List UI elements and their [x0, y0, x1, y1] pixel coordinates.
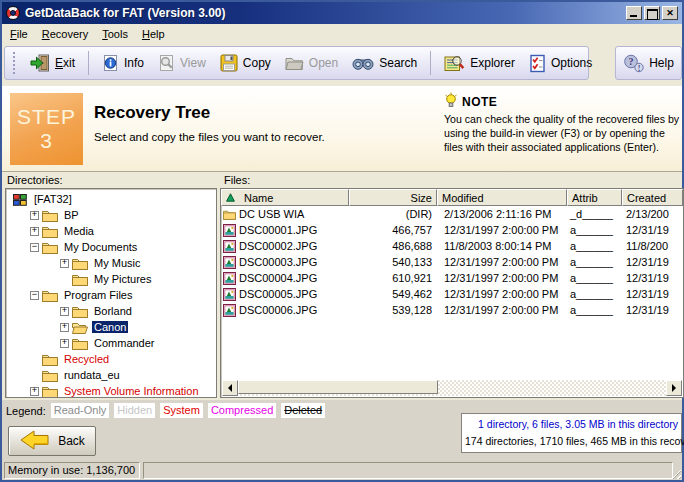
options-button-label: Options — [551, 56, 592, 70]
file-created-cell: 12/31/19 — [622, 224, 683, 236]
tree-item-label: Program Files — [62, 289, 134, 301]
column-header-attrib[interactable]: Attrib — [567, 189, 622, 206]
menu-item-recovery[interactable]: Recovery — [35, 26, 95, 42]
file-name: DSC00001.JPG — [239, 224, 317, 236]
toolbar-separator — [88, 51, 89, 75]
stats-box: 1 directory, 6 files, 3.05 MB in this di… — [461, 413, 682, 453]
tree-item-bp[interactable]: +BP — [6, 207, 216, 223]
expand-plus-icon[interactable]: + — [60, 259, 69, 268]
tree-item-label: rundata_eu — [62, 369, 122, 381]
directory-tree[interactable]: [FAT32]+BP+Media−My Documents+My MusicMy… — [5, 188, 217, 398]
column-header-label: Created — [627, 192, 666, 204]
expand-plus-icon[interactable]: + — [30, 211, 39, 220]
expand-plus-icon[interactable]: + — [60, 323, 69, 332]
scroll-left-button[interactable] — [222, 380, 238, 396]
file-name-cell: DSC00003.JPG — [221, 256, 349, 269]
tree-item-system-volume-information[interactable]: +System Volume Information — [6, 383, 216, 398]
file-name-cell: DSC00006.JPG — [221, 304, 349, 317]
file-row-dsc00006-jpg[interactable]: DSC00006.JPG539,12812/31/1997 2:00:00 PM… — [221, 302, 683, 318]
scroll-right-button[interactable] — [666, 380, 682, 396]
tree-item-my-music[interactable]: +My Music — [6, 255, 216, 271]
scrollbar-track[interactable] — [238, 380, 666, 396]
sort-up-icon — [226, 193, 235, 202]
legend-item-compressed: Compressed — [208, 403, 276, 418]
tree-item-my-pictures[interactable]: My Pictures — [6, 271, 216, 287]
collapse-minus-icon[interactable]: − — [30, 291, 39, 300]
horizontal-scrollbar[interactable] — [222, 380, 682, 396]
expand-plus-icon[interactable]: + — [30, 387, 39, 396]
file-row-dsc00003-jpg[interactable]: DSC00003.JPG540,13312/31/1997 2:00:00 PM… — [221, 254, 683, 270]
expand-plus-icon[interactable]: + — [60, 339, 69, 348]
file-created-cell: 2/13/200 — [622, 208, 683, 220]
app-window: GetDataBack for FAT (Version 3.00) FileR… — [0, 0, 684, 482]
options-button[interactable]: Options — [522, 51, 599, 76]
file-created-cell: 12/31/19 — [622, 304, 683, 316]
svg-text:?: ? — [629, 56, 634, 67]
column-header-size[interactable]: Size — [349, 189, 437, 206]
tree-item-commander[interactable]: +Commander — [6, 335, 216, 351]
close-button[interactable] — [662, 6, 678, 20]
menu-item-help[interactable]: Help — [135, 26, 172, 42]
maximize-button[interactable] — [644, 6, 660, 20]
file-row-dsc00004-jpg[interactable]: DSC00004.JPG610,92112/31/1997 2:00:00 PM… — [221, 270, 683, 286]
column-header-created[interactable]: Created — [622, 189, 683, 206]
tree-item-recycled[interactable]: Recycled — [6, 351, 216, 367]
file-size-cell: 540,133 — [349, 256, 437, 268]
status-bar: Memory in use: 1,136,700 — [2, 460, 682, 480]
main-area: Directories: Files: [FAT32]+BP+Media−My … — [2, 172, 682, 400]
file-name-cell: DSC00005.JPG — [221, 288, 349, 301]
collapse-minus-icon[interactable]: − — [30, 243, 39, 252]
step-label: STEP — [17, 105, 76, 129]
file-row-dsc00005-jpg[interactable]: DSC00005.JPG549,46212/31/1997 2:00:00 PM… — [221, 286, 683, 302]
scrollbar-thumb[interactable] — [238, 380, 438, 394]
tree-item-my-documents[interactable]: −My Documents — [6, 239, 216, 255]
tree-item-rundata-eu[interactable]: rundata_eu — [6, 367, 216, 383]
tree-item-borland[interactable]: +Borland — [6, 303, 216, 319]
image-file-icon — [223, 256, 236, 269]
file-name-cell: DSC00004.JPG — [221, 272, 349, 285]
column-header-modified[interactable]: Modified — [437, 189, 567, 206]
status-panel-empty — [143, 462, 673, 479]
files-label: Files: — [224, 174, 250, 186]
file-row-dsc00001-jpg[interactable]: DSC00001.JPG466,75712/31/1997 2:00:00 PM… — [221, 222, 683, 238]
tree-item-media[interactable]: +Media — [6, 223, 216, 239]
tree-item-label: My Documents — [62, 241, 139, 253]
exit-button[interactable]: Exit — [23, 51, 82, 75]
files-list[interactable]: NameSizeModifiedAttribCreated DC USB WIA… — [220, 188, 684, 398]
tree-item-program-files[interactable]: −Program Files — [6, 287, 216, 303]
file-name-cell: DSC00001.JPG — [221, 224, 349, 237]
menu-item-tools[interactable]: Tools — [95, 26, 135, 42]
folder-icon — [223, 208, 236, 221]
copy-button[interactable]: Copy — [213, 51, 278, 75]
view-icon — [158, 54, 175, 72]
file-modified-cell: 12/31/1997 2:00:00 PM — [437, 256, 567, 268]
minimize-button[interactable] — [626, 6, 642, 20]
folder-icon — [42, 241, 58, 254]
file-size-cell: 486,688 — [349, 240, 437, 252]
tree-item-fat32[interactable]: [FAT32] — [6, 191, 216, 207]
tree-item-label: Commander — [92, 337, 157, 349]
menu-item-file[interactable]: File — [3, 26, 35, 42]
column-header-name[interactable]: Name — [221, 189, 349, 206]
expand-plus-icon[interactable]: + — [30, 227, 39, 236]
folder-icon — [42, 209, 58, 222]
back-button[interactable]: Back — [8, 426, 96, 456]
search-button[interactable]: Search — [345, 53, 424, 74]
file-row-dsc00002-jpg[interactable]: DSC00002.JPG486,68811/8/2003 8:00:14 PMa… — [221, 238, 683, 254]
title-bar[interactable]: GetDataBack for FAT (Version 3.00) — [2, 2, 682, 24]
copy-button-label: Copy — [243, 56, 271, 70]
info-button[interactable]: Info — [95, 51, 151, 75]
tree-item-canon[interactable]: +Canon — [6, 319, 216, 335]
toolbar-grip[interactable] — [13, 52, 15, 74]
legend-item-read-only: Read-Only — [51, 403, 110, 418]
page-title: Recovery Tree — [94, 103, 210, 123]
file-row-dc-usb-wia[interactable]: DC USB WIA(DIR)2/13/2006 2:11:16 PM_d___… — [221, 206, 683, 222]
view-button-label: View — [180, 56, 206, 70]
help-button[interactable]: ?!Help — [616, 51, 681, 76]
explorer-button[interactable]: Explorer — [437, 51, 522, 76]
files-rows: DC USB WIA(DIR)2/13/2006 2:11:16 PM_d___… — [221, 206, 683, 318]
toolbar: ExitInfoViewCopyOpenSearchExplorerOption… — [2, 43, 682, 86]
expand-plus-icon[interactable]: + — [60, 307, 69, 316]
file-name: DSC00003.JPG — [239, 256, 317, 268]
legend-item-deleted: Deleted — [281, 403, 325, 418]
